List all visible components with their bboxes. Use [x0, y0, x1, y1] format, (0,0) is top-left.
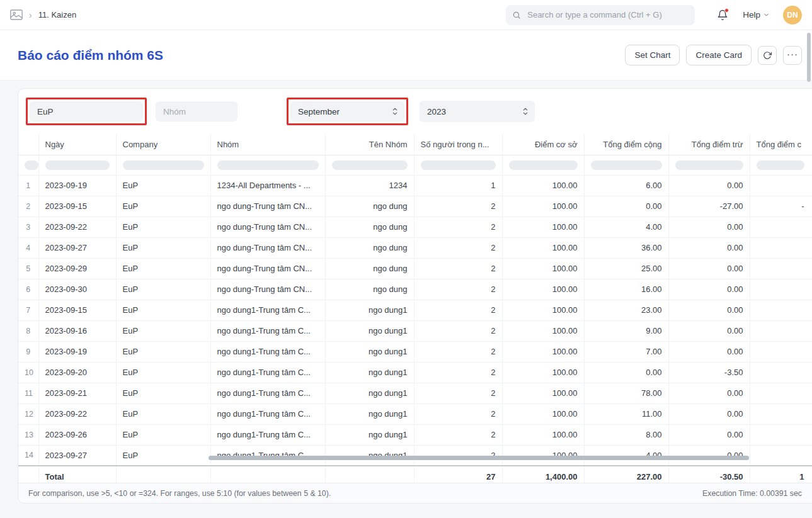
column-header-2[interactable]: Company [116, 134, 210, 155]
table-cell: ngo dung1 [325, 300, 414, 320]
table-cell: 2 [414, 341, 502, 362]
column-header-3[interactable]: Nhóm [210, 134, 325, 155]
column-header-7[interactable]: Tổng điểm cộng [584, 134, 668, 155]
table-cell: ngo dung-Trung tâm CN... [210, 217, 325, 237]
table-cell: 2 [414, 217, 502, 237]
table-cell: 2 [414, 258, 502, 279]
column-filter-input[interactable] [591, 160, 662, 170]
column-header-8[interactable]: Tổng điểm trừ [668, 134, 750, 155]
table-cell: 2 [414, 403, 502, 424]
table-cell: EuP [116, 445, 210, 466]
table-cell: 2023-09-15 [38, 300, 116, 320]
column-filter-input[interactable] [757, 160, 804, 170]
table-cell: ngo dung1 [325, 383, 414, 403]
refresh-button[interactable] [758, 46, 777, 65]
column-filter-input[interactable] [217, 160, 319, 170]
table-cell [750, 237, 812, 258]
table-row[interactable]: 92023-09-19EuPngo dung1-Trung tâm C...ng… [18, 341, 812, 362]
table-row[interactable]: 42023-09-27EuPngo dung-Trung tâm CN...ng… [18, 237, 812, 258]
company-filter-input[interactable] [30, 101, 143, 121]
table-cell: 0.00 [668, 279, 750, 300]
table-row[interactable]: 12023-09-19EuP1234-All Departments - ...… [18, 175, 812, 196]
notifications-button[interactable] [714, 6, 731, 24]
search-input[interactable] [526, 9, 689, 20]
table-body: 12023-09-19EuP1234-All Departments - ...… [18, 175, 812, 466]
help-menu[interactable]: Help [743, 10, 769, 20]
table-cell: 100.00 [502, 424, 584, 445]
highlight-month-filter: September [287, 98, 408, 125]
more-options-button[interactable]: ··· [783, 46, 802, 65]
column-header-4[interactable]: Tên Nhóm [325, 134, 414, 155]
table-cell: 100.00 [502, 175, 584, 196]
topbar: › 11. Kaizen Help DN [0, 0, 812, 30]
table-cell: EuP [116, 383, 210, 403]
column-header-6[interactable]: Điểm cơ sở [502, 134, 584, 155]
row-number: 2 [18, 196, 38, 217]
column-filter-input[interactable] [25, 160, 38, 170]
table-row[interactable]: 122023-09-22EuPngo dung1-Trung tâm C...n… [18, 403, 812, 424]
column-filter-input[interactable] [45, 160, 110, 170]
year-select[interactable]: 2023 [420, 101, 535, 122]
table-row[interactable]: 52023-09-29EuPngo dung-Trung tâm CN...ng… [18, 258, 812, 279]
table-row[interactable]: 132023-09-26EuPngo dung1-Trung tâm C...n… [18, 424, 812, 445]
header-row: NgàyCompanyNhómTên NhómSố người trong n.… [18, 134, 812, 155]
app-logo-icon[interactable] [10, 9, 23, 20]
column-header-0[interactable] [18, 134, 38, 155]
table-cell: 2 [414, 424, 502, 445]
table-cell: 2023-09-22 [38, 403, 116, 424]
table-row[interactable]: 112023-09-21EuPngo dung1-Trung tâm C...n… [18, 383, 812, 403]
table-cell: ngo dung1 [325, 362, 414, 383]
avatar[interactable]: DN [783, 6, 802, 25]
table-cell: ngo dung [325, 237, 414, 258]
page-header: Báo cáo điểm nhóm 6S Set Chart Create Ca… [0, 30, 812, 81]
search-icon [512, 11, 521, 20]
horizontal-scrollbar-thumb[interactable] [209, 456, 749, 460]
table-row[interactable]: 82023-09-16EuPngo dung1-Trung tâm C...ng… [18, 320, 812, 341]
table-cell: 2023-09-30 [38, 279, 116, 300]
refresh-icon [763, 51, 772, 60]
table-cell: 78.00 [584, 383, 668, 403]
table-row[interactable]: 102023-09-20EuPngo dung1-Trung tâm C...n… [18, 362, 812, 383]
table-cell: -27.00 [668, 196, 750, 217]
table-cell: EuP [116, 300, 210, 320]
table-cell: ngo dung1 [325, 341, 414, 362]
table-row[interactable]: 32023-09-22EuPngo dung-Trung tâm CN...ng… [18, 217, 812, 237]
month-select[interactable]: September [290, 101, 404, 121]
table-row[interactable]: 72023-09-15EuPngo dung1-Trung tâm C...ng… [18, 300, 812, 320]
column-filter-input[interactable] [509, 160, 578, 170]
table-row[interactable]: 22023-09-15EuPngo dung-Trung tâm CN...ng… [18, 196, 812, 217]
breadcrumb[interactable]: 11. Kaizen [38, 10, 76, 20]
column-filter-input[interactable] [421, 160, 496, 170]
group-filter-input[interactable] [156, 101, 237, 121]
table-row[interactable]: 62023-09-30EuPngo dung-Trung tâm CN...ng… [18, 279, 812, 300]
table-cell: ngo dung1-Trung tâm C... [210, 403, 325, 424]
set-chart-button[interactable]: Set Chart [625, 45, 680, 65]
table-cell: 11.00 [584, 403, 668, 424]
column-header-9[interactable]: Tổng điểm c [750, 134, 812, 155]
table-cell: ngo dung-Trung tâm CN... [210, 196, 325, 217]
table-cell: 100.00 [502, 217, 584, 237]
vertical-scrollbar-thumb[interactable] [807, 33, 811, 82]
row-number: 13 [18, 424, 38, 445]
column-filter-input[interactable] [332, 160, 408, 170]
column-header-1[interactable]: Ngày [38, 134, 116, 155]
create-card-button[interactable]: Create Card [686, 45, 752, 65]
highlight-company-filter [26, 98, 147, 125]
table-cell: 2023-09-19 [38, 175, 116, 196]
help-label: Help [743, 10, 760, 20]
table-cell: EuP [116, 341, 210, 362]
column-filter-input[interactable] [675, 160, 743, 170]
table-cell: 8.00 [584, 424, 668, 445]
column-filter-input[interactable] [123, 160, 204, 170]
table-cell: 2023-09-19 [38, 341, 116, 362]
table-cell: ngo dung-Trung tâm CN... [210, 258, 325, 279]
page-title: Báo cáo điểm nhóm 6S [18, 48, 163, 63]
table-cell: EuP [116, 217, 210, 237]
table-cell: 2023-09-27 [38, 445, 116, 466]
table-cell [750, 175, 812, 196]
table-cell: 0.00 [668, 217, 750, 237]
global-search[interactable] [506, 5, 695, 25]
column-header-5[interactable]: Số người trong n... [414, 134, 502, 155]
table-cell: 2023-09-16 [38, 320, 116, 341]
row-number: 3 [18, 217, 38, 237]
